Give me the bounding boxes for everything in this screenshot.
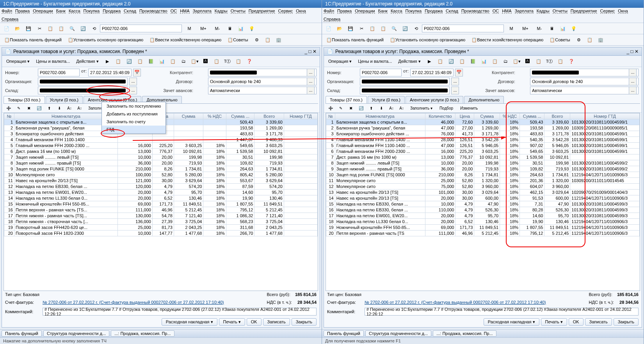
table-row[interactable]: 15Накладка на петлю EB330, белая ...10,0… — [326, 201, 640, 207]
grid-tb-icon[interactable]: A↕ — [65, 105, 74, 112]
doc-tb-icon[interactable]: Тⓣ — [222, 57, 233, 66]
menu-item[interactable]: Файл — [324, 9, 334, 14]
table-row[interactable]: 18Накладка на петлю LL330 белая 0...20,0… — [326, 219, 640, 225]
toolbar-icon[interactable]: 💡 — [247, 24, 257, 33]
table-row[interactable]: 3Блокиратор ошибочного действия ...76,00… — [326, 131, 640, 137]
tab[interactable]: Агентские услуги (0 поз.) — [406, 96, 463, 103]
grid-tb-icon[interactable]: ✎ — [336, 105, 345, 112]
menu-item[interactable]: НМА — [502, 9, 511, 14]
toolbar-icon[interactable]: 📂 — [334, 24, 345, 33]
toolbar-icon[interactable]: 📄 — [2, 24, 12, 33]
menu-item[interactable]: Отчеты — [553, 9, 568, 14]
toolbar-icon[interactable]: 📄 — [324, 24, 334, 33]
table-row[interactable]: 12Накладка на петлю EB330, белая ...120,… — [4, 184, 318, 190]
task-button[interactable]: Панель функций — [2, 330, 42, 337]
doc-tb-icon[interactable]: 📗 — [146, 57, 156, 66]
menu-item[interactable]: Банк — [378, 9, 388, 14]
action-button[interactable]: 📋 Советы — [225, 35, 251, 44]
action-button[interactable]: 📋 Ввести хозяйственную операцию — [147, 35, 224, 44]
toolbar-icon[interactable]: 📋 — [367, 24, 377, 33]
comment-field[interactable]: # Перенесено из 1С:Бухгалтерии 7.7 # Отг… — [43, 308, 317, 316]
column-header[interactable]: № — [4, 113, 14, 119]
doc-tb-icon[interactable]: Тⓣ — [544, 57, 555, 66]
toolbar-icon[interactable]: ✂ — [356, 24, 366, 33]
grid[interactable]: №НоменклатураКоличествоЦенаСумма% НДССум… — [4, 113, 318, 291]
doc-tb-icon[interactable]: 📋 — [534, 57, 544, 66]
toolbar-icon[interactable]: 📋 — [378, 24, 388, 33]
m-button[interactable]: М+ — [519, 24, 532, 33]
table-row[interactable]: 16Петля верхняя - рамная часть [TS...111… — [4, 207, 318, 213]
pick-button[interactable]: Подбор — [437, 105, 456, 112]
toolbar-icon[interactable]: ⟲ — [89, 24, 99, 33]
menu-item[interactable]: Окна — [296, 9, 306, 14]
menu-item[interactable]: Сервис — [600, 9, 615, 14]
table-row[interactable]: 18Петля нижняя - створочная часть [...13… — [4, 219, 318, 225]
task-button[interactable]: ...: Продажа, комиссия. Пр... — [433, 330, 496, 337]
column-header[interactable]: Всего — [254, 113, 284, 119]
menu-item[interactable]: Покупка — [406, 9, 422, 14]
doc-tb-icon[interactable]: 🗂 — [501, 57, 511, 66]
table-row[interactable]: 5Главный механизм FFH 1100-1400 ...47,00… — [326, 143, 640, 149]
menu-item[interactable]: Покупка — [84, 9, 100, 14]
table-row[interactable]: 7Дист. рамка 16 мм (по 1080 м)13,000776,… — [326, 154, 640, 160]
grid-tb-icon[interactable]: 🔃 — [35, 105, 43, 112]
table-row[interactable]: 8Зацеп нижний ......... правый [TS]36,00… — [4, 160, 318, 166]
menu-item[interactable]: Касса — [391, 9, 402, 14]
number-field[interactable]: Р002702-006 — [360, 69, 402, 76]
doc-button[interactable]: OK — [569, 318, 584, 326]
doc-tb-button[interactable]: Действия ▾ — [73, 57, 101, 66]
date-field[interactable]: 27.02.2012 15:48:09 — [410, 69, 454, 76]
action-button[interactable]: 📋 Показать панель функций — [2, 35, 64, 44]
doc-button[interactable]: Печать ▾ — [541, 318, 567, 326]
doc-tb-button[interactable]: Операция ▾ — [4, 57, 32, 66]
grid-tb-icon[interactable]: ⬆ — [367, 105, 375, 112]
calendar-icon[interactable]: 📅 — [455, 69, 463, 76]
table-row[interactable]: 4Главный механизм FFH 1100-14001 447,379… — [4, 137, 318, 143]
m-button[interactable]: М — [183, 24, 196, 33]
doc-button[interactable]: Закрыть — [614, 318, 639, 326]
tab[interactable]: Услуги (0 поз.) — [46, 96, 83, 103]
doc-tb-icon[interactable]: 🅰 — [523, 57, 533, 66]
menu-item[interactable]: Склад — [124, 9, 136, 14]
doc-tb-icon[interactable]: 📋 — [555, 57, 566, 66]
menu-item[interactable]: Касса — [69, 9, 80, 14]
table-row[interactable]: 19Ножничный кронштейн FFH 550-85...69,00… — [326, 225, 640, 231]
counterparty-field[interactable]: ... — [530, 69, 639, 76]
table-row[interactable]: 8Зацеп нижний ......... левый [TS]10,000… — [326, 160, 640, 166]
menu-item[interactable]: Кадры — [537, 9, 550, 14]
lookup-button[interactable]: ... — [129, 78, 137, 85]
table-row[interactable]: 14Накладка на петлю LL330 белая 0...20,0… — [4, 195, 318, 201]
doc-tb-button[interactable]: Операция ▾ — [326, 57, 354, 66]
menu-item[interactable]: ОС — [171, 9, 177, 14]
toolbar-icon[interactable]: 💾 — [345, 24, 356, 33]
menu-item[interactable]: Операции — [33, 9, 53, 14]
toolbar-icon[interactable]: 🏢 — [596, 35, 606, 44]
doc-tb-button[interactable]: Действия ▾ — [395, 57, 423, 66]
action-button[interactable]: 📋 Советы — [547, 35, 573, 44]
menu-item[interactable]: Правка — [15, 9, 30, 14]
action-button[interactable]: 📋 Установить основную организацию — [387, 35, 468, 44]
toolbar-icon[interactable]: 📋 — [45, 24, 55, 33]
menu-item[interactable]: Банк — [56, 9, 66, 14]
menu-item[interactable]: Правка — [337, 9, 352, 14]
calendar-icon[interactable]: 📅 — [133, 69, 141, 76]
grid-tb-icon[interactable]: ✖ — [25, 105, 33, 112]
table-row[interactable]: 14Навес на кронштейн 20/13 [TS]20,00030,… — [326, 195, 640, 201]
toolbar-icon[interactable]: ⚙ — [252, 35, 262, 44]
table-row[interactable]: 7Зацеп нижний ......... левый [TS]10,000… — [4, 154, 318, 160]
tab[interactable]: Дополнительно — [464, 96, 503, 103]
form-field[interactable]: Автоматически... — [208, 87, 317, 94]
table-row[interactable]: 9Зацеп нижний ......... правый [TS]36,00… — [326, 166, 640, 172]
menu-item[interactable]: Операции — [355, 9, 375, 14]
m-button[interactable]: М — [505, 24, 518, 33]
menu-item[interactable]: Зарплата — [515, 9, 534, 14]
lookup-button[interactable]: ... — [451, 78, 459, 85]
column-header[interactable]: Сумма ... — [520, 113, 544, 119]
doc-tb-icon[interactable]: 📊 — [157, 57, 167, 66]
column-header[interactable]: Сумма — [474, 113, 500, 119]
form-field[interactable] — [360, 78, 450, 85]
column-header[interactable]: Сумма — [174, 113, 203, 119]
form-field[interactable]: Основной договор № 240... — [208, 78, 317, 85]
doc-tb-button[interactable]: Цены и валюта... — [33, 57, 73, 66]
table-row[interactable]: 13Накладка на петлю EW001, EW20...20,000… — [4, 190, 318, 195]
